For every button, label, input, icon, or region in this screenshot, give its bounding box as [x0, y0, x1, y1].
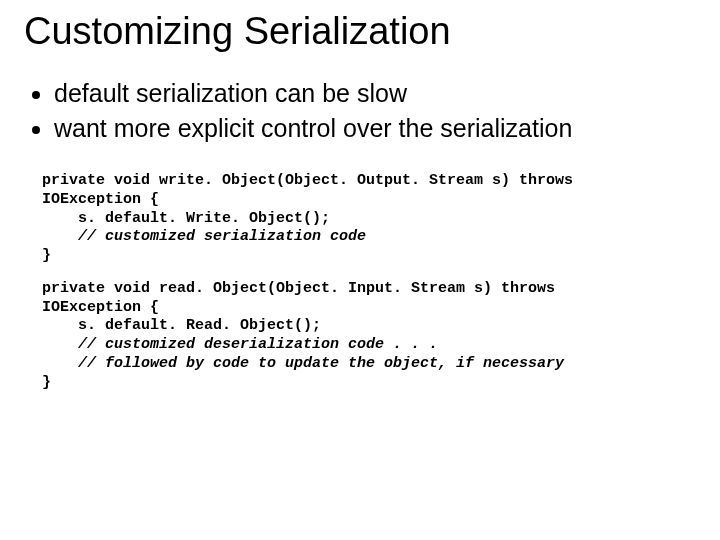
code-comment: // customized deserialization code . . . [78, 336, 438, 353]
code-indent [42, 336, 78, 353]
bullet-item: want more explicit control over the seri… [54, 112, 696, 145]
code-indent [42, 355, 78, 372]
bullet-item: default serialization can be slow [54, 77, 696, 110]
code-comment: // followed by code to update the object… [78, 355, 564, 372]
code-line: s. default. Write. Object(); [42, 210, 330, 227]
code-line: } [42, 247, 51, 264]
code-block-write: private void write. Object(Object. Outpu… [24, 172, 696, 266]
slide: Customizing Serialization default serial… [0, 0, 720, 540]
code-line: } [42, 374, 51, 391]
code-line: private void read. Object(Object. Input.… [42, 280, 555, 297]
code-line: s. default. Read. Object(); [42, 317, 321, 334]
code-block-read: private void read. Object(Object. Input.… [24, 280, 696, 393]
slide-title: Customizing Serialization [24, 10, 696, 53]
bullet-list: default serialization can be slow want m… [24, 77, 696, 144]
code-line: IOException { [42, 299, 159, 316]
code-line: private void write. Object(Object. Outpu… [42, 172, 573, 189]
code-line: IOException { [42, 191, 159, 208]
code-indent [42, 228, 78, 245]
code-comment: // customized serialization code [78, 228, 366, 245]
